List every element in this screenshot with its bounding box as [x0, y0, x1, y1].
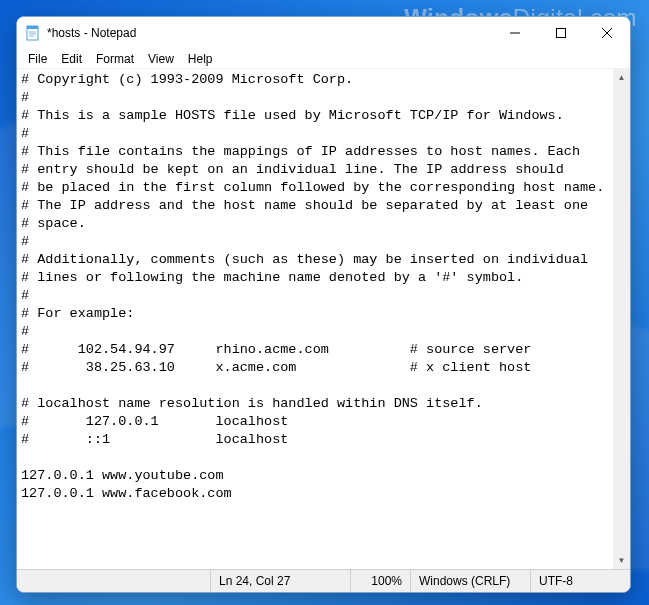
vertical-scrollbar[interactable]: ▲ ▼: [613, 69, 630, 569]
status-bar: Ln 24, Col 27 100% Windows (CRLF) UTF-8: [17, 569, 630, 592]
status-zoom: 100%: [350, 570, 410, 592]
menu-bar: File Edit Format View Help: [17, 49, 630, 69]
status-spacer: [17, 570, 210, 592]
status-encoding: UTF-8: [530, 570, 630, 592]
editor-area: ▲ ▼: [17, 69, 630, 569]
scroll-track[interactable]: [613, 86, 630, 552]
scroll-up-icon[interactable]: ▲: [613, 69, 630, 86]
svg-rect-6: [557, 29, 566, 38]
notepad-icon: [25, 25, 41, 41]
text-editor[interactable]: [17, 69, 613, 569]
window-title: *hosts - Notepad: [47, 26, 136, 40]
menu-view[interactable]: View: [141, 50, 181, 68]
status-cursor-position: Ln 24, Col 27: [210, 570, 350, 592]
menu-format[interactable]: Format: [89, 50, 141, 68]
close-button[interactable]: [584, 17, 630, 49]
status-line-ending: Windows (CRLF): [410, 570, 530, 592]
menu-file[interactable]: File: [21, 50, 54, 68]
minimize-button[interactable]: [492, 17, 538, 49]
window-controls: [492, 17, 630, 49]
menu-help[interactable]: Help: [181, 50, 220, 68]
menu-edit[interactable]: Edit: [54, 50, 89, 68]
notepad-window: *hosts - Notepad File Edit Format View H…: [16, 16, 631, 593]
scroll-down-icon[interactable]: ▼: [613, 552, 630, 569]
svg-rect-1: [27, 26, 38, 29]
maximize-button[interactable]: [538, 17, 584, 49]
title-bar[interactable]: *hosts - Notepad: [17, 17, 630, 49]
